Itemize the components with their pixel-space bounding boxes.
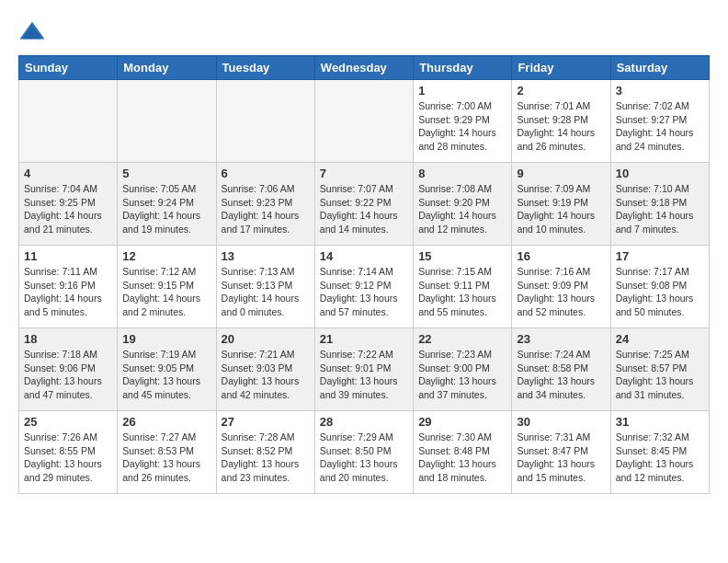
day-cell: 24Sunrise: 7:25 AM Sunset: 8:57 PM Dayli… — [610, 328, 709, 411]
calendar-header: SundayMondayTuesdayWednesdayThursdayFrid… — [19, 56, 710, 80]
day-number: 19 — [122, 332, 210, 346]
day-cell: 14Sunrise: 7:14 AM Sunset: 9:12 PM Dayli… — [314, 246, 413, 328]
day-cell: 17Sunrise: 7:17 AM Sunset: 9:08 PM Dayli… — [610, 246, 709, 328]
header-cell-saturday: Saturday — [610, 56, 709, 80]
day-info: Sunrise: 7:16 AM Sunset: 9:09 PM Dayligh… — [517, 265, 605, 319]
header-cell-thursday: Thursday — [414, 56, 512, 80]
day-info: Sunrise: 7:26 AM Sunset: 8:55 PM Dayligh… — [24, 431, 112, 485]
week-row-4: 18Sunrise: 7:18 AM Sunset: 9:06 PM Dayli… — [19, 328, 710, 411]
day-cell: 23Sunrise: 7:24 AM Sunset: 8:58 PM Dayli… — [512, 328, 610, 411]
day-number: 11 — [24, 249, 112, 263]
day-number: 15 — [418, 249, 506, 263]
day-info: Sunrise: 7:31 AM Sunset: 8:47 PM Dayligh… — [517, 431, 605, 485]
day-cell: 25Sunrise: 7:26 AM Sunset: 8:55 PM Dayli… — [19, 411, 118, 494]
day-number: 6 — [222, 167, 310, 180]
logo-icon — [18, 18, 46, 46]
day-number: 14 — [320, 249, 408, 263]
day-cell: 9Sunrise: 7:09 AM Sunset: 9:19 PM Daylig… — [512, 163, 610, 246]
day-number: 22 — [418, 332, 506, 346]
day-info: Sunrise: 7:15 AM Sunset: 9:11 PM Dayligh… — [418, 265, 506, 319]
day-cell: 26Sunrise: 7:27 AM Sunset: 8:53 PM Dayli… — [118, 411, 216, 494]
day-info: Sunrise: 7:12 AM Sunset: 9:15 PM Dayligh… — [122, 265, 210, 319]
day-cell: 20Sunrise: 7:21 AM Sunset: 9:03 PM Dayli… — [216, 328, 314, 411]
day-info: Sunrise: 7:04 AM Sunset: 9:25 PM Dayligh… — [24, 182, 112, 236]
day-cell: 7Sunrise: 7:07 AM Sunset: 9:22 PM Daylig… — [314, 163, 413, 246]
day-info: Sunrise: 7:22 AM Sunset: 9:01 PM Dayligh… — [320, 348, 408, 402]
day-number: 17 — [616, 249, 704, 263]
day-cell: 8Sunrise: 7:08 AM Sunset: 9:20 PM Daylig… — [414, 163, 512, 246]
day-cell — [118, 80, 216, 163]
day-number: 27 — [222, 415, 310, 429]
day-info: Sunrise: 7:14 AM Sunset: 9:12 PM Dayligh… — [320, 265, 408, 319]
day-cell: 22Sunrise: 7:23 AM Sunset: 9:00 PM Dayli… — [414, 328, 512, 411]
week-row-3: 11Sunrise: 7:11 AM Sunset: 9:16 PM Dayli… — [19, 246, 710, 328]
day-number: 3 — [616, 84, 704, 98]
day-number: 5 — [122, 167, 210, 180]
day-number: 9 — [517, 167, 605, 180]
logo — [18, 18, 50, 46]
header-cell-friday: Friday — [512, 56, 610, 80]
header-cell-tuesday: Tuesday — [216, 56, 314, 80]
day-info: Sunrise: 7:32 AM Sunset: 8:45 PM Dayligh… — [616, 431, 704, 485]
day-cell: 6Sunrise: 7:06 AM Sunset: 9:23 PM Daylig… — [216, 163, 314, 246]
day-info: Sunrise: 7:05 AM Sunset: 9:24 PM Dayligh… — [122, 182, 210, 236]
day-number: 18 — [24, 332, 112, 346]
day-info: Sunrise: 7:21 AM Sunset: 9:03 PM Dayligh… — [222, 348, 310, 402]
day-number: 25 — [24, 415, 112, 429]
day-number: 13 — [222, 249, 310, 263]
day-info: Sunrise: 7:10 AM Sunset: 9:18 PM Dayligh… — [616, 182, 704, 236]
day-number: 26 — [122, 415, 210, 429]
day-number: 23 — [517, 332, 605, 346]
day-info: Sunrise: 7:07 AM Sunset: 9:22 PM Dayligh… — [320, 182, 408, 236]
day-number: 28 — [320, 415, 408, 429]
header-row: SundayMondayTuesdayWednesdayThursdayFrid… — [19, 56, 710, 80]
day-info: Sunrise: 7:23 AM Sunset: 9:00 PM Dayligh… — [418, 348, 506, 402]
day-cell: 5Sunrise: 7:05 AM Sunset: 9:24 PM Daylig… — [118, 163, 216, 246]
day-cell: 18Sunrise: 7:18 AM Sunset: 9:06 PM Dayli… — [19, 328, 118, 411]
day-info: Sunrise: 7:13 AM Sunset: 9:13 PM Dayligh… — [222, 265, 310, 319]
page-header — [18, 18, 710, 46]
day-info: Sunrise: 7:24 AM Sunset: 8:58 PM Dayligh… — [517, 348, 605, 402]
day-cell: 28Sunrise: 7:29 AM Sunset: 8:50 PM Dayli… — [314, 411, 413, 494]
day-number: 7 — [320, 167, 408, 180]
day-number: 30 — [517, 415, 605, 429]
day-info: Sunrise: 7:19 AM Sunset: 9:05 PM Dayligh… — [122, 348, 210, 402]
day-number: 29 — [418, 415, 506, 429]
day-info: Sunrise: 7:27 AM Sunset: 8:53 PM Dayligh… — [122, 431, 210, 485]
day-info: Sunrise: 7:11 AM Sunset: 9:16 PM Dayligh… — [24, 265, 112, 319]
day-cell: 30Sunrise: 7:31 AM Sunset: 8:47 PM Dayli… — [512, 411, 610, 494]
day-cell — [216, 80, 314, 163]
day-cell: 31Sunrise: 7:32 AM Sunset: 8:45 PM Dayli… — [610, 411, 709, 494]
day-cell: 10Sunrise: 7:10 AM Sunset: 9:18 PM Dayli… — [610, 163, 709, 246]
day-cell: 3Sunrise: 7:02 AM Sunset: 9:27 PM Daylig… — [610, 80, 709, 163]
day-number: 8 — [418, 167, 506, 180]
day-info: Sunrise: 7:08 AM Sunset: 9:20 PM Dayligh… — [418, 182, 506, 236]
day-cell: 4Sunrise: 7:04 AM Sunset: 9:25 PM Daylig… — [19, 163, 118, 246]
day-info: Sunrise: 7:29 AM Sunset: 8:50 PM Dayligh… — [320, 431, 408, 485]
week-row-1: 1Sunrise: 7:00 AM Sunset: 9:29 PM Daylig… — [19, 80, 710, 163]
week-row-5: 25Sunrise: 7:26 AM Sunset: 8:55 PM Dayli… — [19, 411, 710, 494]
day-cell — [19, 80, 118, 163]
day-cell: 15Sunrise: 7:15 AM Sunset: 9:11 PM Dayli… — [414, 246, 512, 328]
day-number: 24 — [616, 332, 704, 346]
day-cell: 19Sunrise: 7:19 AM Sunset: 9:05 PM Dayli… — [118, 328, 216, 411]
day-info: Sunrise: 7:28 AM Sunset: 8:52 PM Dayligh… — [222, 431, 310, 485]
day-cell: 12Sunrise: 7:12 AM Sunset: 9:15 PM Dayli… — [118, 246, 216, 328]
day-number: 20 — [222, 332, 310, 346]
day-cell: 27Sunrise: 7:28 AM Sunset: 8:52 PM Dayli… — [216, 411, 314, 494]
header-cell-wednesday: Wednesday — [314, 56, 413, 80]
week-row-2: 4Sunrise: 7:04 AM Sunset: 9:25 PM Daylig… — [19, 163, 710, 246]
day-number: 31 — [616, 415, 704, 429]
day-info: Sunrise: 7:09 AM Sunset: 9:19 PM Dayligh… — [517, 182, 605, 236]
day-info: Sunrise: 7:30 AM Sunset: 8:48 PM Dayligh… — [418, 431, 506, 485]
header-cell-sunday: Sunday — [19, 56, 118, 80]
day-number: 2 — [517, 84, 605, 98]
day-cell: 11Sunrise: 7:11 AM Sunset: 9:16 PM Dayli… — [19, 246, 118, 328]
day-cell: 1Sunrise: 7:00 AM Sunset: 9:29 PM Daylig… — [414, 80, 512, 163]
day-number: 12 — [122, 249, 210, 263]
day-cell: 16Sunrise: 7:16 AM Sunset: 9:09 PM Dayli… — [512, 246, 610, 328]
day-info: Sunrise: 7:06 AM Sunset: 9:23 PM Dayligh… — [222, 182, 310, 236]
day-number: 1 — [418, 84, 506, 98]
day-info: Sunrise: 7:17 AM Sunset: 9:08 PM Dayligh… — [616, 265, 704, 319]
day-info: Sunrise: 7:01 AM Sunset: 9:28 PM Dayligh… — [517, 99, 605, 154]
